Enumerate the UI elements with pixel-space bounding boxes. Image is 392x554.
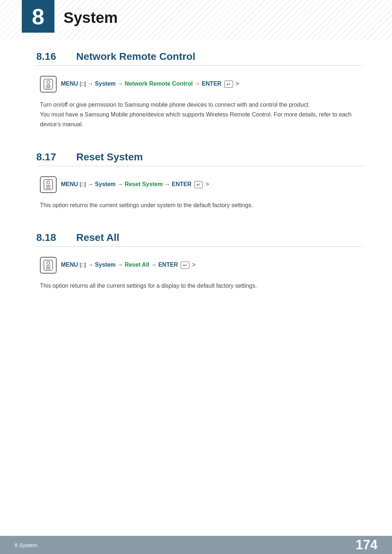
section-title-8-17: Reset System	[76, 151, 143, 163]
menu-label-8-18: MENU	[61, 262, 78, 268]
section-number-8-18: 8.18	[36, 232, 65, 243]
desc-8-17-p1: This option returns the current settings…	[40, 200, 363, 210]
nav-row-8-17: MENU [□] → System → Reset System → ENTER…	[40, 176, 363, 193]
section-title-8-18: Reset All	[76, 232, 119, 243]
description-8-18: This option returns all the current sett…	[40, 281, 363, 291]
chapter-title: System	[64, 9, 118, 26]
footer-chapter-label: 8 System	[15, 542, 37, 548]
enter-icon-8-16: ↵	[224, 81, 233, 88]
svg-point-11	[47, 262, 50, 264]
section-title-8-16: Network Remote Control	[76, 51, 195, 62]
section-8-18: 8.18 Reset All MENU [□] → System →	[36, 232, 363, 291]
desc-8-18-p1: This option returns all the current sett…	[40, 281, 363, 291]
description-8-16: Turn on/off or give permission to Samsun…	[40, 100, 363, 130]
samsung-remote-icon	[40, 76, 57, 93]
section-number-8-16: 8.16	[36, 51, 65, 62]
menu-label-8-17: MENU	[61, 181, 78, 187]
desc-8-16-p1: Turn on/off or give permission to Samsun…	[40, 100, 363, 110]
enter-icon-8-18: ↵	[181, 262, 189, 269]
header-background	[0, 0, 392, 40]
section-8-17: 8.17 Reset System MENU [□] → System →	[36, 151, 363, 210]
nav-path-8-16: MENU [□] → System → Network Remote Contr…	[61, 81, 239, 88]
desc-8-16-p2: You must have a Samsung Mobile phone/dev…	[40, 110, 363, 129]
section-header-8-17: 8.17 Reset System	[36, 151, 363, 166]
enter-icon-8-17: ↵	[194, 181, 203, 188]
section-number-8-17: 8.17	[36, 151, 65, 163]
section-8-16: 8.16 Network Remote Control MENU [□] → S…	[36, 51, 363, 130]
footer-chapter-text: 8 System	[15, 542, 37, 548]
footer: 8 System 174	[0, 536, 392, 554]
samsung-remote-icon-2	[40, 176, 57, 193]
nav-row-8-18: MENU [□] → System → Reset All → ENTER ↵ …	[40, 257, 363, 274]
footer-page-section: 174	[356, 537, 377, 553]
main-content: 8.16 Network Remote Control MENU [□] → S…	[0, 0, 392, 291]
nav-path-8-18: MENU [□] → System → Reset All → ENTER ↵ …	[61, 262, 196, 269]
nav-path-8-17: MENU [□] → System → Reset System → ENTER…	[61, 181, 209, 188]
nav-row-8-16: MENU [□] → System → Network Remote Contr…	[40, 76, 363, 93]
chapter-number-block: 8	[22, 0, 54, 33]
svg-point-6	[47, 181, 50, 184]
section-header-8-18: 8.18 Reset All	[36, 232, 363, 247]
samsung-remote-icon-3	[40, 257, 57, 274]
section-header-8-16: 8.16 Network Remote Control	[36, 51, 363, 66]
menu-label-8-16: MENU	[61, 81, 78, 87]
chapter-number: 8	[32, 4, 44, 29]
description-8-17: This option returns the current settings…	[40, 200, 363, 210]
footer-page-number: 174	[356, 537, 377, 553]
svg-point-1	[47, 81, 50, 83]
